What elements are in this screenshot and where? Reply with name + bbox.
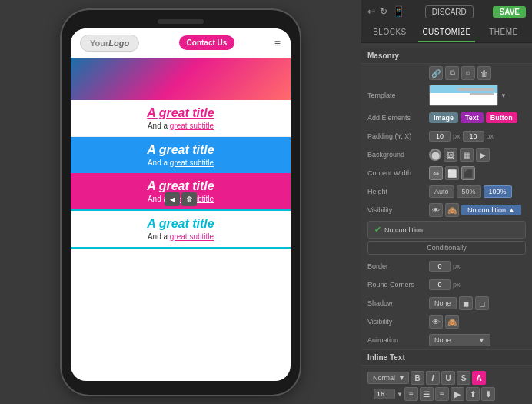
- align-left-button[interactable]: ≡: [404, 387, 418, 401]
- add-button-button[interactable]: Button: [486, 112, 517, 123]
- no-condition-badge[interactable]: No condition ▲: [461, 205, 521, 215]
- background-controls: ⬤ 🖼 ▦ ▶: [429, 148, 526, 162]
- border-unit: px: [453, 262, 461, 270]
- phone-notch: [158, 19, 204, 24]
- strikethrough-button[interactable]: S: [457, 371, 470, 385]
- undo-icon[interactable]: ↩: [367, 6, 375, 17]
- add-image-button[interactable]: Image: [429, 112, 458, 123]
- save-button[interactable]: SAVE: [493, 6, 526, 18]
- template-preview-value: ▼: [429, 85, 526, 106]
- delete-button[interactable]: 🗑: [181, 192, 197, 206]
- play-button[interactable]: ▶: [451, 387, 464, 401]
- height-100-btn[interactable]: 100%: [484, 185, 512, 198]
- font-size-chevron-icon[interactable]: ▼: [397, 391, 403, 398]
- padding-x-input[interactable]: [463, 131, 484, 142]
- round-corners-label: Round Corners: [367, 281, 429, 289]
- block-3: A great title And a great subtitle ◀ 🗑: [71, 173, 291, 209]
- tab-blocks[interactable]: BLOCKS: [361, 23, 418, 42]
- visibility2-eye2-icon[interactable]: 🙈: [445, 315, 459, 329]
- move-left-button[interactable]: ◀: [165, 192, 180, 206]
- top-toolbar: ↩ ↻ 📱 DISCARD SAVE: [361, 0, 532, 23]
- add-text-button[interactable]: Text: [461, 112, 484, 123]
- background-label: Background: [367, 151, 429, 159]
- align-center-button[interactable]: ☰: [420, 387, 434, 401]
- shadow-style2-icon[interactable]: ◻: [475, 296, 489, 310]
- no-condition-text: No condition: [467, 206, 506, 214]
- background-gradient-icon[interactable]: ▦: [460, 148, 474, 162]
- contact-button[interactable]: Contact Us: [179, 35, 235, 50]
- visibility-label: Visibility: [367, 206, 429, 214]
- visibility-controls: 👁 🙈 No condition ▲: [429, 203, 526, 217]
- height-label: Height: [367, 188, 429, 195]
- visibility-eye-icon[interactable]: 👁: [429, 203, 443, 217]
- text-style-dropdown[interactable]: Normal ▼: [367, 372, 409, 384]
- content-width-box-icon[interactable]: ⬜: [445, 166, 459, 180]
- trash-icon[interactable]: 🗑: [477, 66, 491, 80]
- content-width-label: Content Width: [367, 169, 429, 177]
- redo-icon[interactable]: ↻: [380, 6, 387, 17]
- height-auto-btn[interactable]: Auto: [429, 185, 454, 198]
- background-color-icon[interactable]: ⬤: [429, 149, 441, 161]
- background-video-icon[interactable]: ▶: [476, 148, 490, 162]
- template-line-2: [470, 93, 494, 95]
- masonry-action-icons: 🔗 ⧉ ⧈ 🗑: [429, 66, 526, 80]
- animation-row: Animation None ▼: [361, 331, 532, 349]
- block-1-title: A great title: [80, 106, 281, 120]
- visibility2-label: Visibility: [367, 318, 429, 326]
- content-width-row: Content Width ⇔ ⬜ ⬛: [361, 164, 532, 182]
- link-icon[interactable]: 🔗: [429, 66, 443, 80]
- animation-none-btn[interactable]: None ▼: [429, 334, 490, 346]
- height-50-btn[interactable]: 50%: [457, 185, 481, 198]
- tab-theme[interactable]: THEME: [475, 23, 532, 42]
- content-width-expand-icon[interactable]: ⇔: [429, 166, 443, 180]
- shadow-style1-icon[interactable]: ◼: [459, 296, 473, 310]
- height-controls: Auto 50% 100%: [429, 185, 526, 198]
- export-button[interactable]: ⬆: [466, 387, 480, 401]
- block-3-title: A great title: [80, 179, 281, 193]
- round-corners-value-input[interactable]: [429, 279, 451, 290]
- italic-button[interactable]: I: [426, 371, 440, 385]
- padding-y-input[interactable]: [429, 131, 451, 142]
- visibility-eye2-icon[interactable]: 🙈: [445, 203, 459, 217]
- format-row: Normal ▼ B I U S A: [367, 371, 526, 385]
- panel-content: Masonry 🔗 ⧉ ⧈ 🗑 Template ▼: [361, 43, 532, 404]
- no-condition-popup: ✔ No condition: [367, 221, 526, 239]
- duplicate-icon[interactable]: ⧈: [461, 66, 475, 80]
- template-chevron-icon[interactable]: ▼: [500, 92, 507, 99]
- tab-customize[interactable]: CUSTOMIZE: [418, 23, 475, 42]
- add-elements-row: Add Elements Image Text Button: [361, 109, 532, 127]
- bottom-format-row: ▼ ≡ ☰ ≡ ▶ ⬆ ⬇: [367, 385, 526, 403]
- round-corners-row: Round Corners px: [361, 275, 532, 294]
- tabs-row: BLOCKS CUSTOMIZE THEME: [361, 23, 532, 43]
- phone-screen: YourLogo Contact Us ≡ A great title And …: [71, 28, 291, 381]
- background-image-icon[interactable]: 🖼: [444, 148, 457, 162]
- mobile-device-icon[interactable]: 📱: [392, 5, 405, 18]
- underline-button[interactable]: U: [441, 371, 455, 385]
- import-button[interactable]: ⬇: [481, 387, 495, 401]
- shadow-label: Shadow: [367, 299, 429, 307]
- discard-button[interactable]: DISCARD: [425, 5, 474, 18]
- align-right-button[interactable]: ≡: [435, 387, 449, 401]
- link-format-button[interactable]: A: [472, 371, 486, 385]
- visibility2-eye-icon[interactable]: 👁: [429, 315, 443, 329]
- content-width-full-icon[interactable]: ⬛: [461, 166, 475, 180]
- toolbar-left: ↩ ↻ 📱: [367, 5, 405, 18]
- phone-frame: YourLogo Contact Us ≡ A great title And …: [62, 10, 300, 395]
- phone-preview-panel: YourLogo Contact Us ≡ A great title And …: [0, 0, 361, 404]
- copy-icon[interactable]: ⧉: [445, 66, 459, 80]
- shadow-none-btn[interactable]: None: [429, 297, 457, 309]
- inline-text-controls: Normal ▼ B I U S A ▼ ≡ ☰ ≡ ▶ ⬆ ⬇: [361, 366, 532, 404]
- checkbox-checked-icon[interactable]: ✔: [374, 225, 381, 235]
- template-thumbnail[interactable]: [429, 85, 498, 106]
- logo: YourLogo: [80, 35, 139, 52]
- bold-button[interactable]: B: [411, 371, 424, 385]
- visibility2-controls: 👁 🙈: [429, 315, 526, 329]
- text-style-normal-text: Normal: [373, 374, 395, 382]
- font-size-input[interactable]: [374, 389, 395, 399]
- border-value-input[interactable]: [429, 261, 451, 272]
- template-lines: [430, 85, 497, 98]
- conditionally-button[interactable]: Conditionally: [367, 241, 526, 255]
- hamburger-icon[interactable]: ≡: [274, 37, 281, 49]
- padding-y-unit: px: [453, 132, 461, 140]
- padding-row: Padding (Y, X) px px: [361, 127, 532, 145]
